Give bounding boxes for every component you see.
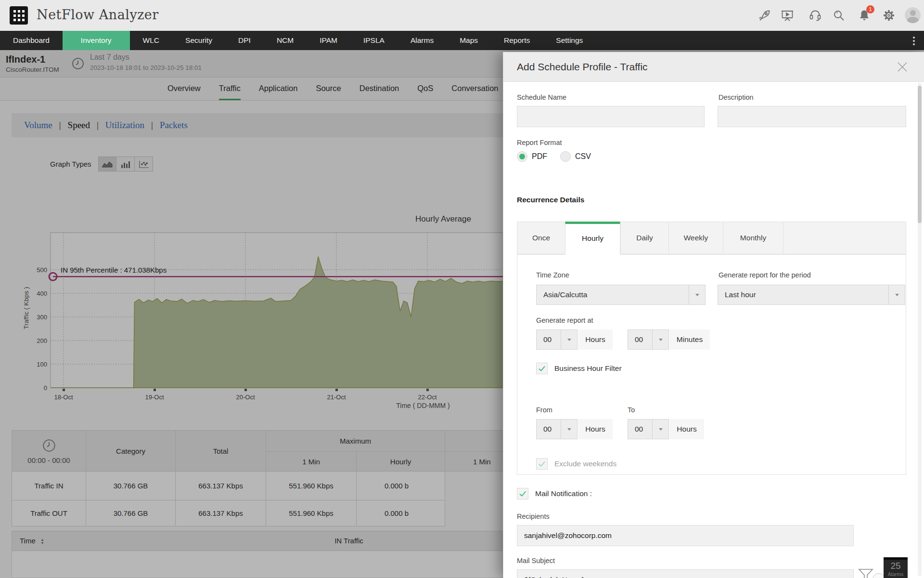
nav-item-dashboard[interactable]: Dashboard: [0, 31, 63, 50]
apps-grid-icon[interactable]: [10, 6, 28, 25]
getting-started-rocket-icon[interactable]: [758, 9, 771, 22]
chevron-down-icon: [888, 285, 905, 304]
tab-daily[interactable]: Daily: [620, 222, 668, 254]
settings-gear-icon[interactable]: [882, 9, 896, 22]
minutes-value: 00: [635, 335, 643, 343]
from-hours-select[interactable]: 00: [536, 419, 578, 439]
mail-subject-input[interactable]: ${ScheduleName}: [517, 569, 854, 578]
to-value: 00: [635, 425, 643, 433]
checkmark-icon: [538, 364, 546, 373]
mail-notification-checkbox[interactable]: [517, 488, 528, 499]
mail-subject-label: Mail Subject: [517, 557, 555, 565]
minutes-select[interactable]: 00: [628, 329, 669, 350]
csv-radio-label: CSV: [575, 152, 591, 161]
radio-circle: [560, 151, 571, 162]
tab-once[interactable]: Once: [517, 222, 565, 254]
timezone-label: Time Zone: [536, 271, 569, 279]
timezone-value: Asia/Calcutta: [543, 290, 587, 299]
user-avatar[interactable]: [905, 7, 921, 23]
from-label: From: [536, 406, 552, 414]
nav-item-security[interactable]: Security: [172, 31, 225, 50]
hours-value: 00: [543, 335, 552, 343]
tab-monthly[interactable]: Monthly: [723, 222, 783, 254]
recipients-label: Recipients: [517, 512, 550, 520]
recurrence-tabs: Once Hourly Daily Weekly Monthly: [517, 222, 906, 255]
filter-funnel-icon[interactable]: [858, 568, 873, 578]
generate-at-label: Generate report at: [536, 316, 593, 324]
main-nav: Dashboard Inventory WLC Security DPI NCM…: [0, 31, 924, 50]
pdf-radio[interactable]: PDF: [517, 151, 547, 162]
to-unit-label: Hours: [669, 419, 704, 439]
radio-circle: [517, 151, 527, 162]
chevron-down-icon: [652, 420, 668, 439]
from-value: 00: [543, 425, 552, 433]
nav-item-inventory[interactable]: Inventory: [63, 31, 130, 50]
nav-item-maps[interactable]: Maps: [447, 31, 491, 50]
tab-hourly[interactable]: Hourly: [565, 222, 620, 255]
to-label: To: [628, 406, 635, 414]
chevron-down-icon: [652, 330, 668, 349]
recipients-input[interactable]: sanjahivel@zohocorp.com: [517, 525, 854, 546]
checkmark-icon: [518, 489, 527, 498]
nav-item-wlc[interactable]: WLC: [130, 31, 172, 50]
chevron-down-icon: [689, 285, 705, 304]
nav-item-reports[interactable]: Reports: [491, 31, 543, 50]
scrollbar-thumb[interactable]: [918, 86, 922, 223]
business-hour-checkbox[interactable]: [536, 363, 548, 374]
period-select[interactable]: Last hour: [718, 285, 905, 305]
search-icon[interactable]: [832, 9, 846, 22]
nav-item-settings[interactable]: Settings: [543, 31, 596, 50]
nav-item-ipsla[interactable]: IPSLA: [350, 31, 398, 50]
modal-title: Add Schedule Profile - Traffic: [517, 52, 648, 82]
nav-overflow-kebab-icon[interactable]: [910, 35, 918, 46]
app-title: NetFlow Analyzer: [37, 0, 159, 30]
schedule-name-label: Schedule Name: [517, 93, 566, 101]
hours-select[interactable]: 00: [536, 329, 578, 350]
nav-item-ipam[interactable]: IPAM: [307, 31, 350, 50]
pdf-radio-label: PDF: [532, 152, 547, 161]
demo-presentation-icon[interactable]: [781, 9, 794, 22]
avatar-head-shape: [910, 10, 916, 16]
alarms-count: 25: [884, 561, 908, 571]
minutes-unit-label: Minutes: [669, 329, 710, 350]
close-icon[interactable]: [896, 60, 909, 74]
nav-item-ncm[interactable]: NCM: [264, 31, 307, 50]
alarms-badge-strip: [884, 557, 908, 560]
timezone-select[interactable]: Asia/Calcutta: [536, 285, 706, 305]
avatar-body-shape: [907, 17, 919, 23]
checkmark-icon: [538, 460, 546, 468]
top-header-bar: NetFlow Analyzer: [0, 0, 924, 31]
modal-scrollbar[interactable]: [918, 83, 922, 576]
nav-item-alarms[interactable]: Alarms: [398, 31, 447, 50]
nav-item-dpi[interactable]: DPI: [225, 31, 264, 50]
mail-notification-label: Mail Notification :: [535, 489, 592, 498]
add-schedule-modal: Add Schedule Profile - Traffic Schedule …: [503, 52, 924, 578]
chevron-down-icon: [561, 330, 577, 349]
recurrence-details-heading: Recurrence Details: [517, 196, 584, 204]
hours-unit-label: Hours: [578, 329, 613, 350]
chevron-down-icon: [561, 420, 577, 439]
notification-count-badge: 1: [866, 5, 874, 13]
support-headset-icon[interactable]: [808, 9, 822, 22]
exclude-weekends-checkbox[interactable]: [536, 458, 548, 470]
tab-weekly[interactable]: Weekly: [668, 222, 723, 254]
csv-radio[interactable]: CSV: [560, 151, 591, 162]
description-input[interactable]: [718, 106, 906, 127]
from-unit-label: Hours: [578, 419, 613, 439]
tab-strip-filler: [783, 222, 906, 254]
business-hour-label: Business Hour Filter: [554, 364, 622, 373]
schedule-name-input[interactable]: [517, 106, 705, 127]
report-format-label: Report Format: [517, 139, 562, 146]
modal-titlebar: Add Schedule Profile - Traffic: [503, 52, 924, 82]
alarms-badge[interactable]: 25 Alarms: [884, 557, 908, 578]
notifications-bell-icon[interactable]: 1: [858, 9, 871, 22]
period-value: Last hour: [725, 290, 756, 299]
exclude-weekends-label: Exclude weekends: [554, 460, 616, 468]
period-label: Generate report for the period: [719, 271, 811, 279]
to-hours-select[interactable]: 00: [628, 419, 669, 439]
description-label: Description: [719, 93, 754, 101]
alarms-caption: Alarms: [884, 571, 908, 577]
